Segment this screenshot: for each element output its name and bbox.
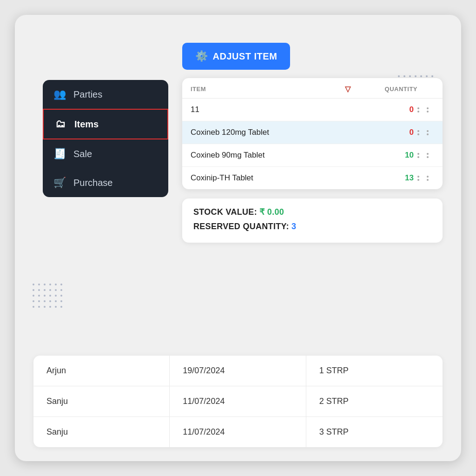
sidebar-item-label: Purchase bbox=[73, 178, 113, 188]
stock-value: ₹ 0.00 bbox=[259, 207, 284, 217]
sidebar-item-label: Sale bbox=[73, 149, 92, 159]
dot-grid-bottomleft bbox=[33, 284, 62, 308]
stock-card: STOCK VALUE: ₹ 0.00 RESERVED QUANTITY: 3 bbox=[182, 198, 443, 243]
stock-value-line: STOCK VALUE: ₹ 0.00 bbox=[193, 207, 431, 217]
reserved-qty-line: RESERVED QUANTITY: 3 bbox=[193, 222, 431, 231]
table-row[interactable]: Coxineb 90mg Tablet 10 bbox=[182, 144, 443, 167]
adjust-item-button[interactable]: ⚙️ ADJUST ITEM bbox=[182, 43, 290, 70]
row-menu[interactable] bbox=[417, 130, 434, 135]
sidebar-item-purchase[interactable]: 🛒 Purchase bbox=[43, 168, 168, 197]
table-row: Sanju 11/07/2024 3 STRP bbox=[33, 417, 443, 447]
sidebar-item-parties[interactable]: 👥 Parties bbox=[43, 80, 168, 109]
table-row: Sanju 11/07/2024 2 STRP bbox=[33, 386, 443, 417]
sidebar-item-sale[interactable]: 🧾 Sale bbox=[43, 139, 168, 168]
filter-icon[interactable]: ▽ bbox=[334, 85, 362, 93]
parties-icon: 👥 bbox=[53, 88, 66, 100]
purchase-icon: 🛒 bbox=[53, 177, 66, 189]
sidebar-item-items[interactable]: 🗂 Items bbox=[43, 109, 168, 139]
table-row[interactable]: Coxineb 120mg Tablet 0 bbox=[182, 121, 443, 144]
item-name: Coxineb 90mg Tablet bbox=[191, 151, 334, 160]
sale-icon: 🧾 bbox=[53, 148, 66, 160]
item-name: 11 bbox=[191, 105, 334, 114]
row-menu[interactable] bbox=[417, 176, 434, 181]
item-quantity: 0 bbox=[362, 128, 417, 137]
col-item: ITEM bbox=[191, 86, 334, 93]
col-quantity: QUANTITY bbox=[362, 86, 417, 93]
party-name: Arjun bbox=[33, 356, 170, 386]
bottom-table: Arjun 19/07/2024 1 STRP Sanju 11/07/2024… bbox=[33, 356, 443, 447]
app-container: 👥 Parties 🗂 Items 🧾 Sale 🛒 Purchase ⚙️ A… bbox=[15, 15, 461, 461]
party-name: Sanju bbox=[33, 417, 170, 447]
stock-value-label: STOCK VALUE: bbox=[193, 207, 257, 217]
qty: 1 STRP bbox=[306, 356, 443, 386]
sidebar-item-label: Items bbox=[74, 119, 99, 130]
date: 19/07/2024 bbox=[170, 356, 306, 386]
row-menu[interactable] bbox=[417, 107, 434, 112]
item-quantity: 0 bbox=[362, 105, 417, 114]
reserved-qty: 3 bbox=[291, 222, 296, 231]
item-name: Coxineb 120mg Tablet bbox=[191, 128, 334, 137]
qty: 3 STRP bbox=[306, 417, 443, 447]
sidebar-item-label: Parties bbox=[73, 89, 102, 100]
party-name: Sanju bbox=[33, 386, 170, 416]
items-icon: 🗂 bbox=[54, 118, 67, 130]
item-quantity: 10 bbox=[362, 151, 417, 160]
table-header: ITEM ▽ QUANTITY bbox=[182, 78, 443, 99]
table-row[interactable]: Coxinip-TH Tablet 13 bbox=[182, 167, 443, 189]
adjust-btn-label: ADJUST ITEM bbox=[213, 51, 278, 62]
main-content: ⚙️ ADJUST ITEM ITEM ▽ QUANTITY 11 0 bbox=[182, 43, 443, 252]
items-card: ITEM ▽ QUANTITY 11 0 Coxineb 120mg Table… bbox=[182, 78, 443, 189]
row-menu[interactable] bbox=[417, 153, 434, 158]
date: 11/07/2024 bbox=[170, 417, 306, 447]
item-quantity: 13 bbox=[362, 173, 417, 183]
item-name: Coxinip-TH Tablet bbox=[191, 173, 334, 183]
qty: 2 STRP bbox=[306, 386, 443, 416]
adjust-icon: ⚙️ bbox=[195, 50, 208, 62]
reserved-qty-label: RESERVED QUANTITY: bbox=[193, 222, 289, 231]
table-row: Arjun 19/07/2024 1 STRP bbox=[33, 356, 443, 386]
table-row[interactable]: 11 0 bbox=[182, 99, 443, 121]
sidebar: 👥 Parties 🗂 Items 🧾 Sale 🛒 Purchase bbox=[43, 80, 168, 197]
date: 11/07/2024 bbox=[170, 386, 306, 416]
